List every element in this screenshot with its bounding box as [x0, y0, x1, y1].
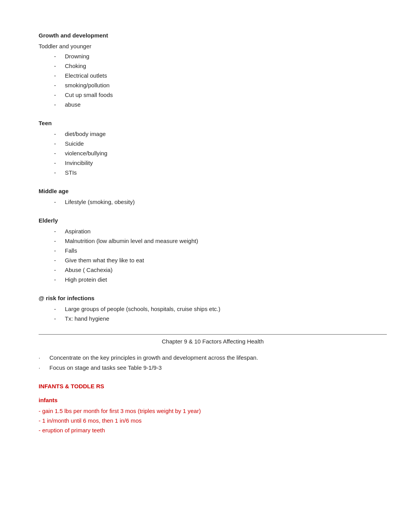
list-item: - High protein diet [54, 275, 387, 284]
list-text: High protein diet [65, 275, 107, 284]
chapter-bullets: · Concentrate on the key principles in g… [39, 353, 387, 372]
infants-list-item: - 1 in/month until 6 mos, then 1 in/6 mo… [39, 416, 387, 425]
list-text: STIs [65, 168, 77, 177]
dash-icon: - [54, 100, 62, 109]
dash-icon: - [54, 168, 62, 177]
list-text: Suicide [65, 139, 84, 148]
elderly-section: Elderly - Aspiration - Malnutrition (low… [39, 216, 387, 284]
section-divider [39, 334, 387, 335]
list-text: smoking/pollution [65, 81, 110, 90]
middle-age-title: Middle age [39, 187, 387, 196]
growth-development-section: Growth and development Toddler and young… [39, 31, 387, 109]
risk-infections-title: @ risk for infections [39, 294, 387, 303]
dash-icon: - [54, 236, 62, 246]
list-item: - Falls [54, 246, 387, 255]
list-item: - abuse [54, 100, 387, 109]
dash-icon: - [54, 81, 62, 90]
list-text: Abuse ( Cachexia) [65, 265, 112, 275]
infants-toddlers-heading: INFANTS & TODDLE RS [39, 382, 387, 391]
risk-infections-section: @ risk for infections - Large groups of … [39, 294, 387, 323]
list-text: Aspiration [65, 227, 91, 236]
toddler-label: Toddler and younger [39, 42, 387, 51]
list-item: - Aspiration [54, 227, 387, 236]
list-item: - smoking/pollution [54, 81, 387, 90]
dash-icon: - [54, 52, 62, 61]
infants-list-item: - gain 1.5 lbs per month for first 3 mos… [39, 406, 387, 416]
list-text: Cut up small foods [65, 90, 113, 100]
middle-age-section: Middle age - Lifestyle (smoking, obesity… [39, 187, 387, 207]
list-text: Invincibility [65, 158, 93, 168]
dash-icon: - [54, 275, 62, 284]
dash-icon: - [54, 139, 62, 148]
dash-icon: - [54, 256, 62, 265]
list-item: - Abuse ( Cachexia) [54, 265, 387, 275]
bullet-item: · Focus on stage and tasks see Table 9-1… [39, 363, 387, 372]
teen-title: Teen [39, 119, 387, 128]
dash-icon: - [54, 314, 62, 323]
dash-icon: - [54, 304, 62, 314]
list-text: Choking [65, 61, 86, 71]
list-item: - Cut up small foods [54, 90, 387, 100]
elderly-title: Elderly [39, 216, 387, 225]
list-text: Tx: hand hygiene [65, 314, 109, 323]
chapter-title: Chapter 9 & 10 Factors Affecting Health [39, 337, 387, 346]
list-text: violence/bullying [65, 149, 107, 158]
list-item: - Invincibility [54, 158, 387, 168]
list-item: - Tx: hand hygiene [54, 314, 387, 323]
risk-infections-list: - Large groups of people (schools, hospi… [39, 304, 387, 323]
list-text: Lifestyle (smoking, obesity) [65, 197, 135, 207]
teen-section: Teen - diet/body image - Suicide - viole… [39, 119, 387, 177]
toddler-list: - Drowning - Choking - Electrical outlet… [39, 52, 387, 109]
list-item: - Drowning [54, 52, 387, 61]
list-item: - STIs [54, 168, 387, 177]
dash-icon: - [54, 61, 62, 71]
dash-icon: - [54, 265, 62, 275]
dash-icon: - [54, 227, 62, 236]
bullet-item: · Concentrate on the key principles in g… [39, 353, 387, 362]
list-text: Electrical outlets [65, 71, 107, 80]
list-item: - Malnutrition (low albumin level and me… [54, 236, 387, 246]
bullet-text: Concentrate on the key principles in gro… [49, 353, 258, 362]
list-text: abuse [65, 100, 81, 109]
dash-icon: - [54, 158, 62, 168]
list-text: diet/body image [65, 129, 106, 139]
bullet-text: Focus on stage and tasks see Table 9-1/9… [49, 363, 162, 372]
list-item: - Large groups of people (schools, hospi… [54, 304, 387, 314]
middle-age-list: - Lifestyle (smoking, obesity) [39, 197, 387, 207]
bullet-dot: · [39, 353, 49, 362]
infants-list: - gain 1.5 lbs per month for first 3 mos… [39, 406, 387, 435]
dash-icon: - [54, 90, 62, 100]
list-item: - diet/body image [54, 129, 387, 139]
infants-subheading: infants [39, 396, 387, 405]
list-item: - Lifestyle (smoking, obesity) [54, 197, 387, 207]
list-text: Give them what they like to eat [65, 256, 144, 265]
growth-development-title: Growth and development [39, 31, 387, 40]
dash-icon: - [54, 197, 62, 207]
dash-icon: - [54, 129, 62, 139]
list-text: Drowning [65, 52, 89, 61]
dash-icon: - [54, 246, 62, 255]
infants-list-item: - eruption of primary teeth [39, 426, 387, 435]
teen-list: - diet/body image - Suicide - violence/b… [39, 129, 387, 177]
dash-icon: - [54, 71, 62, 80]
list-text: Large groups of people (schools, hospita… [65, 304, 220, 314]
elderly-list: - Aspiration - Malnutrition (low albumin… [39, 227, 387, 284]
list-item: - Give them what they like to eat [54, 256, 387, 265]
list-item: - Suicide [54, 139, 387, 148]
list-item: - violence/bullying [54, 149, 387, 158]
list-item: - Choking [54, 61, 387, 71]
bullet-dot: · [39, 363, 49, 372]
list-text: Malnutrition (low albumin level and meas… [65, 236, 198, 246]
list-item: - Electrical outlets [54, 71, 387, 80]
dash-icon: - [54, 149, 62, 158]
list-text: Falls [65, 246, 77, 255]
